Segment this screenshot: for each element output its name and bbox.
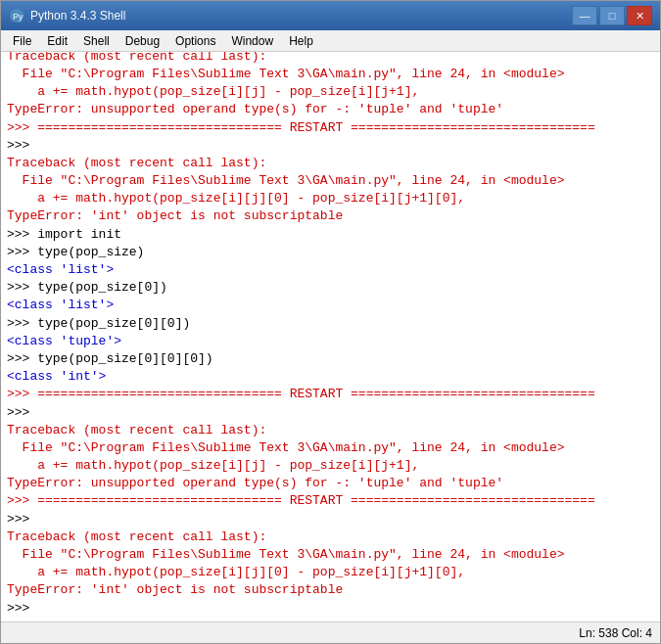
terminal-line: a += math.hypot(pop_size[i][j][0] - pop_… (7, 564, 654, 581)
status-text: Ln: 538 Col: 4 (579, 626, 652, 640)
menu-item-help[interactable]: Help (281, 30, 321, 51)
maximize-button[interactable]: □ (599, 6, 625, 25)
svg-text:Py: Py (13, 12, 24, 22)
terminal-line: File "C:\Program Files\Sublime Text 3\GA… (7, 439, 654, 457)
window-title: Python 3.4.3 Shell (30, 9, 572, 23)
terminal-line: Traceback (most recent call last): (7, 52, 654, 66)
title-bar: Py Python 3.4.3 Shell — □ ✕ (1, 1, 660, 30)
content-area: >>> type(pop_size[0][0])<class 'tuple'>>… (1, 52, 660, 621)
terminal-line: Traceback (most recent call last): (7, 155, 654, 172)
terminal-line: TypeError: 'int' object is not subscript… (7, 207, 654, 225)
terminal-output[interactable]: >>> type(pop_size[0][0])<class 'tuple'>>… (1, 52, 660, 621)
terminal-line: >>> type(pop_size[0][0][0]) (7, 350, 654, 368)
terminal-line: Traceback (most recent call last): (7, 529, 654, 546)
close-button[interactable]: ✕ (627, 6, 652, 25)
terminal-line: a += math.hypot(pop_size[i][j] - pop_siz… (7, 83, 654, 101)
menu-item-file[interactable]: File (5, 30, 39, 51)
main-window: Py Python 3.4.3 Shell — □ ✕ FileEditShel… (0, 0, 661, 644)
menu-item-shell[interactable]: Shell (75, 30, 118, 51)
terminal-line: >>> ================================ RES… (7, 386, 654, 403)
terminal-line: >>> type(pop_size[0][0]) (7, 315, 654, 333)
status-bar: Ln: 538 Col: 4 (1, 621, 660, 643)
terminal-line: <class 'list'> (7, 297, 654, 314)
terminal-line: >>> import init (7, 226, 654, 244)
terminal-line: >>> (7, 404, 654, 422)
terminal-line: a += math.hypot(pop_size[i][j] - pop_siz… (7, 457, 654, 475)
terminal-line: >>> type(pop_size) (7, 244, 654, 261)
menu-item-debug[interactable]: Debug (118, 30, 167, 51)
terminal-line: a += math.hypot(pop_size[i][j][0] - pop_… (7, 190, 654, 207)
terminal-line: File "C:\Program Files\Sublime Text 3\GA… (7, 172, 654, 190)
terminal-line: TypeError: unsupported operand type(s) f… (7, 101, 654, 118)
terminal-line: >>> (7, 137, 654, 155)
python-icon: Py (9, 8, 24, 23)
menu-bar: FileEditShellDebugOptionsWindowHelp (1, 30, 660, 52)
terminal-line: >>> (7, 511, 654, 529)
terminal-line: File "C:\Program Files\Sublime Text 3\GA… (7, 546, 654, 564)
menu-item-options[interactable]: Options (167, 30, 223, 51)
terminal-line: >>> ================================ RES… (7, 492, 654, 510)
menu-item-window[interactable]: Window (223, 30, 281, 51)
window-controls: — □ ✕ (572, 6, 652, 25)
terminal-line: >>> type(pop_size[0]) (7, 279, 654, 297)
terminal-line: >>> ================================ RES… (7, 119, 654, 137)
terminal-line: Traceback (most recent call last): (7, 422, 654, 439)
minimize-button[interactable]: — (572, 6, 597, 25)
terminal-line: TypeError: unsupported operand type(s) f… (7, 475, 654, 492)
terminal-line: File "C:\Program Files\Sublime Text 3\GA… (7, 66, 654, 83)
terminal-line: <class 'int'> (7, 368, 654, 386)
terminal-line: >>> (7, 600, 654, 618)
menu-item-edit[interactable]: Edit (39, 30, 75, 51)
terminal-line: TypeError: 'int' object is not subscript… (7, 581, 654, 599)
terminal-line: <class 'list'> (7, 261, 654, 279)
terminal-line: <class 'tuple'> (7, 333, 654, 350)
